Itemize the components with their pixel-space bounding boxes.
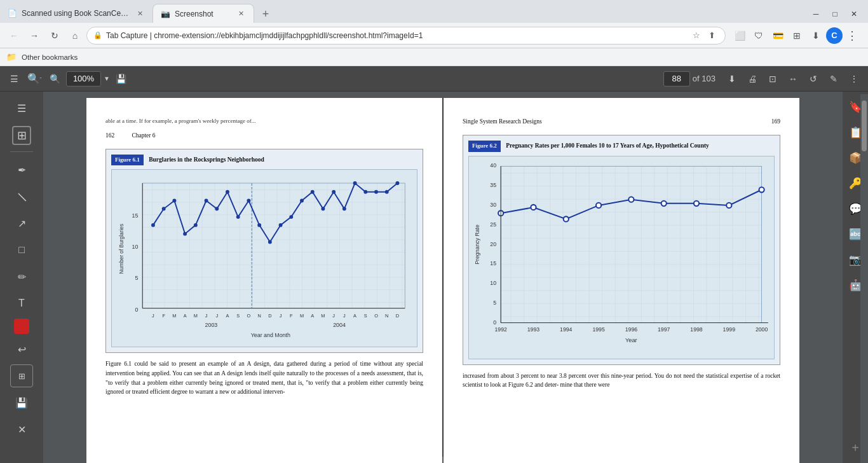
address-actions: ☆ ⬆ [689,29,719,43]
sidebar-color-red-icon[interactable]: ● [14,319,29,334]
pdf-sidebar: ☰ ⊞ ✒ | ↗ □ ✏ T ● ↩ ⊞ 💾 ✕ [0,92,43,463]
tab-1-close[interactable]: ✕ [135,8,145,18]
sidebar-pencil-icon[interactable]: ✏ [10,265,33,288]
tab-1[interactable]: 📄 Scanned using Book ScanCenter ✕ [0,4,153,23]
svg-text:A: A [311,314,314,319]
tab-2[interactable]: 📷 Screenshot ✕ [153,4,254,23]
svg-point-13 [215,207,219,211]
svg-point-25 [342,207,346,211]
pdf-fit-page-icon[interactable]: ⊡ [764,70,782,88]
other-bookmarks[interactable]: Other bookmarks [22,53,78,61]
svg-point-75 [628,197,634,202]
sidebar-duplicate-icon[interactable]: ⊞ [10,364,33,387]
pdf-hand-icon[interactable]: ✎ [825,70,843,88]
svg-point-23 [321,207,325,211]
sidebar-menu-icon[interactable]: ☰ [10,97,33,120]
pdf-page-input[interactable] [663,71,690,86]
home-button[interactable]: ⌂ [66,27,84,45]
sidebar-arrow-icon[interactable]: ↗ [10,212,33,235]
pdf-zoom-dropdown-icon[interactable]: ▼ [104,75,110,82]
pdf-zoom-out-icon[interactable]: 🔍- [25,70,43,88]
tab-1-title: Scanned using Book ScanCenter [22,9,130,18]
bookmarks-bar: 📁 Other bookmarks [0,48,868,66]
tab-2-close[interactable]: ✕ [236,9,246,19]
window-controls: ─ □ ✕ [802,5,868,23]
sidebar-pen-icon[interactable]: ✒ [10,158,33,181]
refresh-button[interactable]: ↻ [46,27,64,45]
svg-point-18 [268,240,272,244]
pdf-print-icon[interactable]: 🖨 [743,70,761,88]
pdf-zoom-input[interactable] [66,71,101,86]
svg-text:N: N [257,314,261,319]
body-text-right: increased from about 3 percent to near 3… [463,371,780,390]
forward-button[interactable]: → [25,27,43,45]
svg-point-21 [300,199,304,203]
svg-text:0: 0 [493,319,496,325]
sidebar-save-icon[interactable]: 💾 [10,391,33,414]
svg-point-22 [311,190,315,194]
new-tab-button[interactable]: + [257,5,275,23]
svg-text:30: 30 [490,202,496,208]
pdf-more-icon[interactable]: ⋮ [845,70,863,88]
pdf-page-total: of 103 [693,74,715,83]
svg-text:15: 15 [490,260,496,266]
extensions-icon[interactable]: ⬜ [731,27,749,45]
svg-text:1996: 1996 [625,326,638,333]
sidebar-slash-icon[interactable]: | [6,181,38,213]
figure-6-1-container: Figure 6.1 Burglaries in the Rocksprings… [105,149,423,354]
profile-icon[interactable]: C [826,27,843,44]
body-text-left: Figure 6.1 could be said to present an e… [105,359,423,397]
svg-text:O: O [247,314,251,319]
apps-icon[interactable]: ⊞ [788,27,806,45]
pdf-fit-width-icon[interactable]: ↔ [784,70,802,88]
tab-bar: 📄 Scanned using Book ScanCenter ✕ 📷 Scre… [0,0,868,23]
pdf-save-icon[interactable]: 💾 [112,70,130,88]
address-text: Tab Capture | chrome-extension://ebkihbj… [106,31,686,40]
svg-text:M: M [194,314,198,319]
wallet-icon[interactable]: 💳 [769,27,787,45]
pdf-zoom-in-icon[interactable]: 🔍 [46,70,64,88]
svg-text:Year: Year [625,337,637,343]
svg-point-29 [385,190,389,194]
svg-text:10: 10 [490,280,496,286]
back-button[interactable]: ← [5,27,23,45]
svg-text:20: 20 [490,240,496,247]
svg-text:J: J [343,314,346,319]
bookmark-star-icon[interactable]: ☆ [689,29,703,43]
sidebar-text-icon[interactable]: T [10,292,33,315]
sidebar-crop-icon[interactable]: ⊞ [12,126,31,145]
pdf-download-icon[interactable]: ⬇ [723,70,741,88]
svg-text:M: M [300,314,304,319]
pdf-page-nav: of 103 [663,71,715,86]
svg-text:35: 35 [490,182,496,188]
pdf-menu-icon[interactable]: ☰ [5,70,23,88]
svg-point-8 [162,207,166,211]
pdf-rotate-icon[interactable]: ↺ [804,70,822,88]
download-icon[interactable]: ⬇ [807,27,825,45]
more-options-icon[interactable]: ⋮ [844,26,860,45]
share-icon[interactable]: ⬆ [705,29,719,43]
svg-text:0: 0 [135,307,138,313]
svg-text:A: A [353,314,356,319]
sidebar-close-icon[interactable]: ✕ [10,418,33,441]
svg-text:M: M [172,314,176,319]
scrollbar-thumb[interactable] [862,100,867,151]
svg-text:25: 25 [490,221,496,227]
svg-point-11 [194,223,198,227]
sidebar-rect-icon[interactable]: □ [10,238,33,261]
shield-icon[interactable]: 🛡 [750,27,768,45]
svg-text:O: O [374,314,378,319]
browser-frame: 📄 Scanned using Book ScanCenter ✕ 📷 Scre… [0,0,868,463]
maximize-button[interactable]: □ [826,5,844,23]
svg-text:5: 5 [135,275,138,282]
scrollbar-track[interactable] [860,94,868,463]
figure-6-2-container: Figure 6.2 Pregnancy Rates per 1,000 Fem… [463,135,780,365]
svg-text:S: S [364,314,367,319]
figure-6-2-svg: 0 5 10 15 20 25 30 35 40 [471,159,771,356]
sidebar-undo-icon[interactable]: ↩ [10,338,33,361]
minimize-button[interactable]: ─ [807,5,825,23]
address-bar[interactable]: 🔒 Tab Capture | chrome-extension://ebkih… [86,27,726,45]
close-button[interactable]: ✕ [845,5,863,23]
svg-text:M: M [321,314,325,319]
svg-point-78 [726,203,731,208]
